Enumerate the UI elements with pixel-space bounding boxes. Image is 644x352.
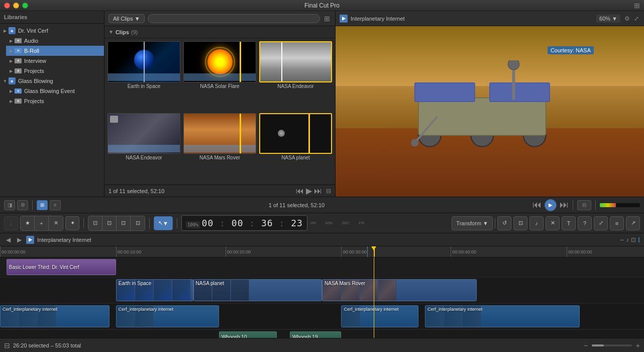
- earth-in-space-clip[interactable]: Earth in Space: [116, 279, 193, 301]
- tl-appearance-icon[interactable]: I: [638, 236, 640, 244]
- tl-project-title: Interplanetary Internet: [37, 237, 91, 243]
- sidebar-label-interview: Interview: [24, 58, 46, 64]
- sidebar-toggle-btn[interactable]: ◨: [4, 200, 15, 210]
- tl-zoom-out-icon[interactable]: −: [620, 236, 624, 244]
- clip-nasa-endeavor2[interactable]: NASA Endeavor: [106, 112, 181, 183]
- inspector-btn[interactable]: ≡: [610, 216, 624, 230]
- browser-status-center: 1 of 11 selected, 52:10: [63, 202, 530, 208]
- arrow-dr-vint-cerf: ▶: [2, 29, 8, 33]
- whoosh19-clip[interactable]: Whoosh 19: [290, 331, 342, 338]
- separator7: [495, 218, 495, 228]
- planet-yellow-bar: [308, 114, 310, 153]
- zoom-slider[interactable]: [592, 344, 632, 346]
- effects-btn[interactable]: ↺: [497, 216, 511, 230]
- close-button[interactable]: [4, 3, 10, 9]
- generators-btn[interactable]: ?: [578, 216, 592, 230]
- interview-clip3[interactable]: Cerf_interplanetary internet: [341, 305, 418, 327]
- arrow-glass-event: ▶: [8, 89, 14, 94]
- import-btn[interactable]: ↓: [4, 216, 18, 230]
- viewer-icon: [340, 15, 348, 23]
- sidebar-item-dr-vint-cerf[interactable]: ▶ ■ Dr. Vint Cerf: [0, 26, 104, 36]
- viewer-expand-icon[interactable]: ⤢: [633, 14, 640, 23]
- sidebar-item-audio[interactable]: ▶ ★ Audio: [6, 36, 104, 46]
- clip-waveform-solar: [184, 73, 256, 81]
- browser-status-bar: 1 of 11 selected, 52:10 ⏮ ▶ ⏭ ⊟: [104, 185, 335, 197]
- viewer-play-btn[interactable]: ▶: [545, 199, 557, 211]
- lower-third-clip[interactable]: Basic Lower Third: Dr. Vint Cerf: [7, 259, 116, 275]
- filter-label: All Clips: [113, 16, 133, 22]
- view-mode-icon[interactable]: ⊟: [326, 188, 331, 195]
- zoom-in-btn[interactable]: +: [636, 341, 640, 349]
- transform-label: Transform ▼: [456, 220, 488, 226]
- share-btn[interactable]: ↗: [626, 216, 640, 230]
- color-btn[interactable]: ⊡: [513, 216, 527, 230]
- viewer-settings-icon[interactable]: ⚙: [623, 14, 631, 23]
- 3d-btn[interactable]: ⤢: [594, 216, 608, 230]
- text-btn[interactable]: T: [562, 216, 576, 230]
- sidebar-item-projects2[interactable]: ▶ ★ Projects: [6, 96, 104, 106]
- tl-audio-icon[interactable]: ♪: [626, 236, 629, 243]
- chapter-marker-icon[interactable]: ⊟: [4, 341, 10, 349]
- clip-thumb-earth: [108, 41, 180, 82]
- sidebar-item-glass-blowing[interactable]: ▼ ■ Glass Blowing: [0, 76, 104, 86]
- clip-edit-btn3[interactable]: ⊡: [117, 216, 131, 230]
- tc-frame: 23: [291, 218, 303, 228]
- sidebar-item-projects1[interactable]: ▶ ★ Projects: [6, 66, 104, 76]
- reject-btn[interactable]: ✕: [49, 216, 63, 230]
- nasa-planet-clip[interactable]: NASA planet: [193, 279, 322, 301]
- sidebar-item-b-roll[interactable]: ▶ ★ B-Roll: [6, 46, 104, 56]
- clip-earth-in-space[interactable]: Earth in Space: [106, 40, 181, 111]
- timeline-playhead[interactable]: [374, 246, 375, 257]
- tl-back-btn[interactable]: ◀: [4, 236, 12, 244]
- grid-view-btn[interactable]: ⊞: [37, 200, 48, 210]
- sidebar-label-dr-vint-cerf: Dr. Vint Cerf: [18, 28, 48, 34]
- list-view-btn[interactable]: ≡: [50, 200, 61, 210]
- clip-nasa-solar-flare[interactable]: NASA Solar Flare: [182, 40, 257, 111]
- clip-nasa-mars-rover[interactable]: NASA Mars Rover: [182, 112, 257, 183]
- clip-edit-btn4[interactable]: ⊡: [131, 216, 145, 230]
- sidebar-item-glass-blowing-event[interactable]: ▶ ★ Glass Blowing Event: [6, 86, 104, 96]
- mark-btn[interactable]: +: [35, 216, 49, 230]
- viewer-zoom[interactable]: 60% ▼: [596, 15, 620, 23]
- audio-btn[interactable]: ♪: [529, 216, 544, 230]
- select-tool-btn[interactable]: ↖ ▼: [154, 216, 173, 230]
- tl-forward-btn[interactable]: ▶: [15, 236, 23, 244]
- sidebar-label-glass-blowing: Glass Blowing: [18, 78, 53, 84]
- interview-clip1[interactable]: Cerf_interplanetary internet: [0, 305, 110, 327]
- clip-appearance-btn[interactable]: ⊟: [577, 200, 591, 210]
- cloud-icon: [110, 116, 118, 123]
- sidebar-item-interview[interactable]: ▶ ★ Interview: [6, 56, 104, 66]
- clip-nasa-planet[interactable]: NASA planet: [258, 112, 333, 183]
- interview-clip2[interactable]: Cerf_interplanetary internet: [116, 305, 219, 327]
- transform-btn[interactable]: Transform ▼: [452, 216, 493, 230]
- zoom-out-btn[interactable]: −: [584, 341, 588, 349]
- filter-arrow-icon: ▼: [135, 16, 140, 22]
- viewer-next-btn[interactable]: ⏭: [560, 200, 569, 210]
- interview-clip4[interactable]: Cerf_interplanetary internet: [425, 305, 580, 327]
- next-clip-btn[interactable]: ⏭: [314, 187, 322, 196]
- tl-skimmer: [367, 246, 368, 257]
- maximize-button[interactable]: [22, 3, 28, 9]
- keywords-btn[interactable]: ✦: [65, 216, 79, 230]
- clips-toggle-icon[interactable]: ▼: [109, 29, 114, 35]
- play-btn-browser[interactable]: ▶: [306, 186, 312, 196]
- tl-settings-icon[interactable]: ⊡: [631, 236, 636, 243]
- nasa-mars-rover-clip[interactable]: NASA Mars Rover: [322, 279, 477, 301]
- favorite-btn[interactable]: ★: [21, 216, 35, 230]
- minimize-button[interactable]: [13, 3, 19, 9]
- prev-clip-btn[interactable]: ⏮: [296, 187, 304, 196]
- browser-search-input[interactable]: [148, 14, 320, 23]
- transitions-btn[interactable]: ✕: [546, 216, 560, 230]
- middle-controls-bar: ◨ ⚙ ⊞ ≡ 1 of 11 selected, 52:10 ⏮ ▶ ⏭ ⊟: [0, 197, 644, 213]
- whoosh10-clip[interactable]: Whoosh 10: [219, 331, 277, 338]
- clip-nasa-endeavor1[interactable]: NASA Endeavor: [258, 40, 333, 111]
- sidebar-label-audio: Audio: [24, 38, 38, 44]
- viewer-prev-btn[interactable]: ⏮: [532, 200, 542, 210]
- settings-btn[interactable]: ⚙: [17, 200, 28, 210]
- list-view-icon[interactable]: ⊞: [323, 14, 331, 24]
- filter-button[interactable]: All Clips ▼: [109, 14, 145, 23]
- clip-edit-btn1[interactable]: ⊡: [88, 216, 102, 230]
- arrow-interview: ▶: [8, 59, 14, 63]
- library-icon-glass: ■: [8, 77, 16, 84]
- clip-edit-btn2[interactable]: ⊡: [102, 216, 117, 230]
